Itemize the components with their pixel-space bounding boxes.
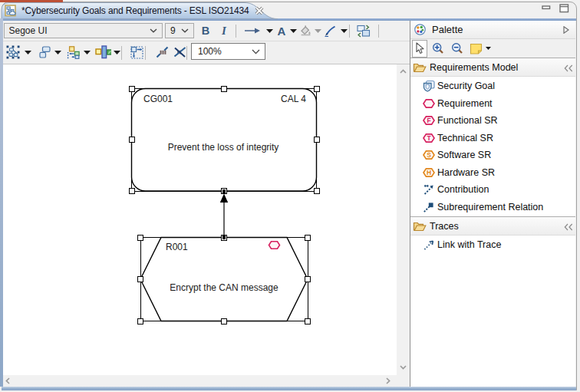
scroll-left-button[interactable] [2,375,13,387]
zoom-in-icon [432,42,444,54]
palette-item-technical-sr[interactable]: T Technical SR [410,130,575,147]
drawer-label: Traces [430,221,459,232]
security-goal-node[interactable]: CG001 CAL 4 Prevent the loss of integrit… [132,89,317,192]
palette-item-label: Hardware SR [437,167,495,178]
contribution-icon [423,183,435,196]
tab-close-icon[interactable] [255,6,264,15]
scroll-right-button[interactable] [383,375,394,387]
arrow-type-button[interactable] [242,23,263,39]
svg-text:S: S [427,151,431,159]
font-name-combo[interactable]: Segoe UI [4,23,163,39]
palette-toolbar [410,39,575,58]
auto-size-button[interactable] [129,44,144,61]
palette-item-subrequirement-relation[interactable]: Subrequirement Relation [410,199,575,216]
palette-item-label: Technical SR [437,133,493,143]
drawer-label: Requirements Model [430,62,518,73]
fill-color-dropdown[interactable] [313,23,322,39]
unstraighten-button[interactable] [171,44,188,61]
palette-item-security-goal[interactable]: Security Goal [410,77,575,95]
zoom-combo[interactable]: 100% [191,43,265,60]
goal-id-label: CG001 [143,94,173,104]
font-size-combo[interactable]: 9 [165,23,194,39]
arrange-all-button[interactable] [5,44,21,61]
straighten-icon [156,46,169,58]
goal-cal-label: CAL 4 [281,94,306,104]
combo-chevron-icon [181,28,189,33]
diagram-drawing: CG001 CAL 4 Prevent the loss of integrit… [0,64,397,375]
zoom-out-tool-button[interactable] [449,40,466,58]
hardware-sr-icon: H [423,166,435,179]
arrange-all-dropdown[interactable] [23,44,32,61]
diagram-toolbar: 100% [3,41,410,64]
unstraighten-icon [173,46,186,58]
open-folder-icon [413,61,427,74]
goal-text-label: Prevent the loss of integrity [168,142,279,153]
technical-sr-icon: T [423,132,435,144]
drawer-requirements-model[interactable]: Requirements Model [410,58,575,77]
style-toolbar: Segoe UI 9 B I A [3,21,410,41]
palette-item-software-sr[interactable]: S Software SR [410,147,575,164]
svg-text:F: F [427,117,430,124]
scroll-up-button[interactable] [397,66,410,77]
layout-button[interactable] [66,44,81,61]
arrow-type-dropdown[interactable] [265,23,274,39]
line-color-button[interactable] [323,23,338,39]
scroll-down-button[interactable] [397,362,410,373]
align-button[interactable] [38,44,51,61]
distribute-dropdown[interactable] [112,44,121,61]
svg-text:H: H [427,169,431,176]
palette-icon [414,24,426,35]
minimize-view-button[interactable] [542,4,551,13]
select-cursor-icon [415,42,424,54]
layout-dropdown[interactable] [82,44,91,61]
italic-label: I [222,25,226,38]
note-icon [470,43,483,54]
requirement-id-label: R001 [166,242,188,252]
line-color-dropdown[interactable] [339,23,348,39]
copy-appearance-button[interactable] [355,23,372,39]
palette-item-label: Functional SR [437,115,498,126]
vertical-scrollbar[interactable] [397,64,410,387]
select-tool-button[interactable] [412,40,427,58]
editor-tab[interactable]: *Cybersecurity Goals and Requirements - … [5,3,265,18]
font-color-dropdown[interactable] [288,23,298,39]
palette-header[interactable]: Palette [410,21,575,40]
zoom-in-tool-button[interactable] [430,40,447,58]
palette-item-requirement[interactable]: Requirement [410,95,575,113]
drawer-traces[interactable]: Traces [410,216,575,236]
requirement-node[interactable]: R001 Encrypt the CAN message [140,238,308,321]
font-color-button[interactable]: A [274,23,289,39]
align-dropdown[interactable] [53,44,62,61]
pin-drawer-icon[interactable] [564,64,573,72]
horizontal-scrollbar[interactable] [0,375,397,387]
open-folder-icon [413,220,427,232]
palette-collapse-icon[interactable] [563,26,569,34]
palette-item-functional-sr[interactable]: F Functional SR [410,112,575,130]
auto-size-icon [130,46,143,59]
diagram-canvas[interactable]: CG001 CAL 4 Prevent the loss of integrit… [0,64,397,375]
note-tool-button[interactable] [469,40,484,58]
bold-button[interactable]: B [196,23,216,39]
fill-color-button[interactable] [298,23,313,39]
combo-chevron-icon [150,28,157,33]
security-goal-icon [423,80,435,92]
requirement-marker-icon [269,242,280,249]
palette-panel: Palette [410,21,575,387]
layout-icon [67,46,81,59]
diagram-file-icon [5,5,18,18]
contribution-edge[interactable] [220,194,228,238]
requirement-icon [423,97,435,110]
palette-item-hardware-sr[interactable]: H Hardware SR [410,164,575,182]
pin-drawer-icon[interactable] [564,223,573,231]
palette-item-contribution[interactable]: Contribution [410,181,575,199]
palette-item-link-with-trace[interactable]: Link with Trace [410,236,575,254]
palette-item-label: Subrequirement Relation [437,202,543,212]
straighten-button[interactable] [153,44,170,61]
maximize-view-button[interactable] [559,4,569,13]
requirement-text-label: Encrypt the CAN message [170,282,278,293]
arrange-all-icon [6,45,20,59]
palette-title: Palette [432,24,463,35]
italic-button[interactable]: I [216,23,232,39]
note-tool-dropdown[interactable] [484,40,493,58]
distribute-button[interactable] [94,44,111,61]
